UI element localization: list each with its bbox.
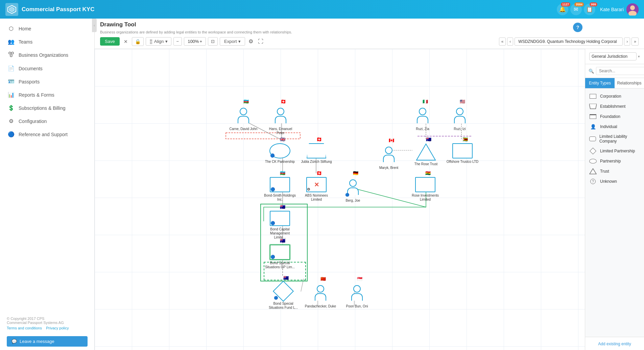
entity-search-input[interactable]	[596, 67, 644, 75]
sidebar-item-home[interactable]: ⬡ Home	[0, 22, 94, 35]
zoom-out-button[interactable]: −	[173, 37, 182, 46]
person-shape-ruzi-izi	[451, 105, 468, 126]
lock-button[interactable]: 🔒	[132, 37, 144, 46]
sidebar-item-configuration[interactable]: ⚙ Configuration	[0, 115, 94, 128]
notifications: 🔔 1127 ✉ 3584 📋 999	[557, 4, 595, 15]
jurisdiction-header: General Jurisdiction ▾	[585, 49, 644, 64]
cancel-button[interactable]: ✕	[122, 38, 130, 46]
entity-label-hans: Hans, Emanuel Peter	[265, 127, 297, 135]
entity-bond-special-gp[interactable]: 🇦🇺 🔵 Bond Special Situations GP Lim...	[263, 239, 297, 269]
svg-point-6	[11, 52, 14, 54]
sidebar-footer: © Copyright 2017 CPS Commercial Passport…	[0, 313, 94, 347]
align-button[interactable]: ⣿ Align ▾	[146, 37, 171, 46]
support-icon: 🔵	[8, 131, 15, 138]
user-info: Kate Barari	[600, 3, 639, 16]
toolbar-subtitle: Business organizations are defined by ad…	[100, 30, 292, 34]
entity-type-unknown[interactable]: ? Unknown	[585, 176, 644, 186]
doc-notification[interactable]: 📋 999	[584, 4, 595, 15]
entity-type-corporation[interactable]: Corporation	[585, 91, 644, 101]
leave-message-button[interactable]: 💬 Leave a message	[7, 336, 88, 347]
entity-bond-smith[interactable]: 🇦🇿 🔵 Bond-Smith Holdings Inc.	[263, 171, 297, 202]
fit-button[interactable]: ⊡	[208, 37, 218, 46]
copyright-text: © Copyright 2017 CPS Commercial Passport…	[0, 313, 94, 333]
privacy-link[interactable]: Privacy policy	[46, 326, 69, 330]
entity-navigation: « ‹ WSDZNDGG9. Quantum Technology Holdin…	[499, 38, 639, 46]
drawing-wrapper: 🇦🇿 Carne, David John 🇨🇭	[95, 49, 644, 350]
drawing-canvas[interactable]: 🇦🇿 Carne, David John 🇨🇭	[95, 49, 585, 350]
entity-type-llc[interactable]: Limited Liability Company	[585, 132, 644, 146]
entity-types-list: Corporation Establishment	[585, 89, 644, 337]
svg-marker-25	[589, 104, 597, 109]
entity-offshore[interactable]: 🇿🇼 Offshore Trustco LTD	[446, 138, 479, 164]
tab-entity-types[interactable]: Entity Types	[585, 78, 615, 88]
sidebar-item-teams[interactable]: 👥 Teams	[0, 35, 94, 48]
sidebar-item-passports[interactable]: 🪪 Passports	[0, 75, 94, 88]
entity-type-individual[interactable]: 👤 Individual	[585, 122, 644, 132]
add-existing-button[interactable]: Add existing entity	[589, 342, 640, 346]
person-shape-ruzi-zia	[414, 105, 431, 126]
user-name: Kate Barari	[600, 7, 624, 12]
entity-label-bond-capital: Bond Capital Management Limite...	[264, 227, 296, 240]
entity-maryk[interactable]: 🇨🇦 Maryk, Brent	[372, 139, 406, 170]
bell-notification[interactable]: 🔔 1127	[557, 4, 568, 15]
x-mark-abs: ✕	[314, 181, 319, 189]
entity-pandachecker[interactable]: 🇨🇳 Pandachecker, Duke	[304, 277, 337, 308]
entity-ruzi-izi[interactable]: 🇺🇸 Ruzi, Izi	[443, 100, 477, 131]
entity-label-abs: ABS Nominees Limited	[301, 194, 333, 202]
svg-point-7	[10, 55, 12, 57]
entity-label-pandachecker: Pandachecker, Duke	[305, 304, 336, 308]
sidebar-nav: ⬡ Home 👥 Teams Business Organizations 📄 …	[0, 19, 94, 141]
entity-rose-trust[interactable]: 🇦🇺 The Rose Trust	[409, 138, 443, 166]
mail-badge: 3584	[574, 2, 584, 6]
export-button[interactable]: Export ▾	[220, 37, 245, 46]
business-icon	[8, 52, 15, 58]
entity-ck-partnership[interactable]: 🇬🇧 🔵 The CK Partnership	[263, 138, 297, 164]
entity-ruzi-zia[interactable]: 🇮🇹 Ruzi, Zia	[406, 100, 439, 131]
zoom-display: 100% +	[184, 37, 206, 46]
entity-type-establishment[interactable]: Establishment	[585, 101, 644, 111]
entity-type-foundation[interactable]: Foundation	[585, 111, 644, 122]
sidebar-collapse-handle[interactable]: ‹	[92, 19, 97, 32]
entity-jubla[interactable]: 🇨🇭 Jubla Zürich Stiftung	[300, 138, 333, 164]
person-shape-hans	[272, 105, 289, 126]
unknown-shape: ?	[589, 179, 597, 184]
jurisdiction-select[interactable]: General Jurisdiction	[589, 52, 637, 60]
main-layout: ⬡ Home 👥 Teams Business Organizations 📄 …	[0, 19, 644, 350]
nav-last-button[interactable]: »	[631, 38, 639, 46]
entity-berg[interactable]: 🇩🇪 🔵 Berg, Joe	[336, 171, 370, 203]
trap-shape-jubla	[307, 143, 326, 158]
tab-relationships[interactable]: Relationships	[615, 78, 644, 88]
entity-bond-capital[interactable]: 🇦🇺 🔵 Bond Capital Management Limite...	[263, 205, 297, 240]
toolbar-actions: Save ✕ 🔒 ⣿ Align ▾ − 100% + ⊡ Export ▾	[100, 37, 639, 46]
sidebar-item-documents[interactable]: 📄 Documents	[0, 62, 94, 75]
entity-type-limited-partnership[interactable]: Limited Partnership	[585, 146, 644, 156]
sidebar-item-business-organizations[interactable]: Business Organizations	[0, 48, 94, 62]
entity-poon[interactable]: 🇸🇬 Poon Bun, Oni	[340, 277, 374, 308]
entity-hans[interactable]: 🇨🇭 Hans, Emanuel Peter	[264, 100, 297, 135]
sidebar-item-subscriptions[interactable]: 💲 Subscriptions & Billing	[0, 101, 94, 115]
fullscreen-button[interactable]: ⛶	[257, 37, 265, 46]
subscriptions-icon: 💲	[8, 105, 15, 111]
entity-carne[interactable]: 🇦🇿 Carne, David John	[226, 100, 260, 131]
berg-icon: 🔵	[345, 193, 349, 197]
entity-type-partnership[interactable]: Partnership	[585, 156, 644, 166]
nav-next-button[interactable]: ›	[624, 38, 630, 46]
save-button[interactable]: Save	[100, 37, 120, 46]
entity-rose-invest[interactable]: 🇬🇭 Rose Investments Limited	[408, 171, 442, 202]
content-area: Drawing Tool Business organizations are …	[95, 19, 644, 350]
terms-link[interactable]: Terms and conditions	[7, 326, 42, 330]
svg-point-5	[9, 52, 11, 54]
entity-icon-bond-capital: 🔵	[270, 221, 275, 225]
entity-bond-fund[interactable]: 🇦🇺 🔵 Bond Special Situations Fund L...	[266, 276, 300, 310]
mail-notification[interactable]: ✉ 3584	[570, 4, 582, 15]
nav-prev-button[interactable]: ‹	[507, 38, 513, 46]
establishment-shape	[589, 104, 597, 109]
entity-type-trust[interactable]: Trust	[585, 166, 644, 176]
nav-first-button[interactable]: «	[499, 38, 506, 46]
canvas-settings-button[interactable]: ⚙	[247, 37, 255, 46]
sidebar-item-reports[interactable]: 📊 Reports & Forms	[0, 88, 94, 101]
doc-badge: 999	[590, 2, 597, 6]
sidebar-label-reports: Reports & Forms	[19, 92, 54, 98]
sidebar-item-reference[interactable]: 🔵 Reference and Support	[0, 128, 94, 141]
entity-abs[interactable]: 🇨🇭 ✕ ⚙ ABS Nominees Limited	[300, 171, 333, 202]
